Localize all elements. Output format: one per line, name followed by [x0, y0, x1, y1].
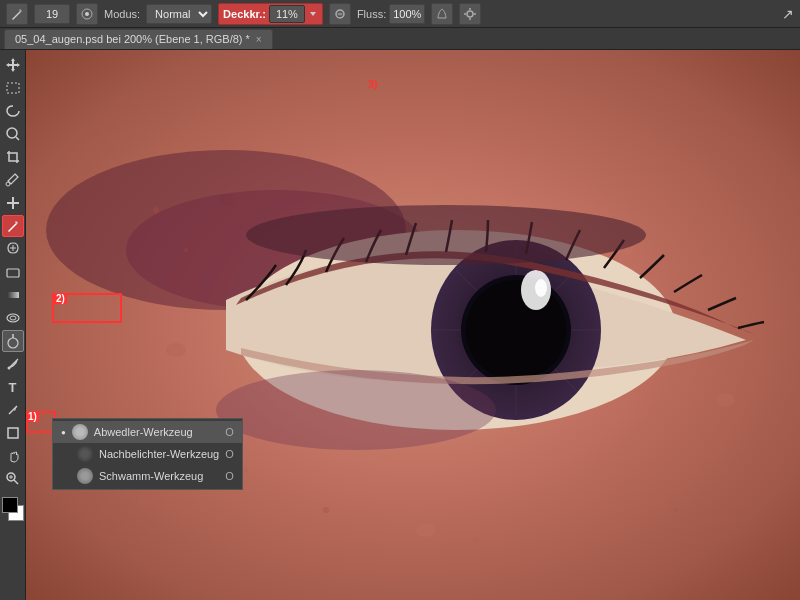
tool-gradient[interactable]	[2, 284, 24, 306]
color-swatches[interactable]	[0, 495, 26, 525]
svg-point-28	[436, 245, 596, 415]
svg-point-26	[236, 230, 676, 430]
svg-point-7	[6, 182, 10, 186]
svg-point-24	[46, 150, 406, 310]
flyout-sponge-shortcut: O	[225, 470, 234, 482]
tool-move[interactable]	[2, 54, 24, 76]
tool-quick-select[interactable]	[2, 123, 24, 145]
flyout-dodge-label: Abwedler-Werkzeug	[94, 426, 193, 438]
svg-point-42	[184, 248, 188, 252]
tool-text[interactable]: T	[2, 376, 24, 398]
flyout-sponge-label: Schwamm-Werkzeug	[99, 470, 203, 482]
tool-healing[interactable]	[2, 192, 24, 214]
flyout-dodge-shortcut: O	[225, 426, 234, 438]
deckkr-label: Deckkr.:	[223, 8, 266, 20]
flyout-item-sponge[interactable]: Schwamm-Werkzeug O	[53, 465, 242, 487]
settings-icon[interactable]	[459, 3, 481, 25]
svg-point-44	[723, 467, 729, 473]
tool-flyout: ● Abwedler-Werkzeug O Nachbelichter-Werk…	[52, 418, 243, 490]
svg-line-31	[456, 270, 576, 390]
svg-point-1	[85, 12, 89, 16]
svg-point-25	[126, 190, 426, 310]
tab-title: 05_04_augen.psd bei 200% (Ebene 1, RGB/8…	[15, 33, 250, 45]
deckkr-input[interactable]	[269, 5, 305, 23]
svg-rect-8	[7, 269, 19, 277]
deckkr-section: Deckkr.:	[218, 3, 323, 25]
flyout-active-indicator: ●	[61, 428, 66, 437]
svg-rect-9	[7, 292, 19, 298]
annotation-label-1: 1)	[26, 411, 39, 422]
flyout-item-burn[interactable]: Nachbelichter-Werkzeug O	[53, 443, 242, 465]
annotation-label-3: 3)	[368, 78, 378, 90]
svg-rect-5	[7, 83, 19, 93]
canvas-area: ● Abwedler-Werkzeug O Nachbelichter-Werk…	[26, 50, 800, 600]
svg-point-4	[467, 11, 473, 17]
tool-dodge[interactable]	[2, 330, 24, 352]
tool-lasso[interactable]	[2, 100, 24, 122]
tool-pen[interactable]	[2, 353, 24, 375]
svg-point-46	[216, 370, 496, 450]
tab-bar: 05_04_augen.psd bei 200% (Ebene 1, RGB/8…	[0, 28, 800, 50]
flyout-burn-label: Nachbelichter-Werkzeug	[99, 448, 219, 460]
main-area: T	[0, 50, 800, 600]
svg-point-41	[474, 538, 479, 543]
tool-crop[interactable]	[2, 146, 24, 168]
tool-marquee[interactable]	[2, 77, 24, 99]
svg-point-34	[466, 280, 566, 380]
tool-brush[interactable]	[2, 215, 24, 237]
svg-line-32	[456, 270, 576, 390]
svg-point-22	[138, 494, 154, 506]
brush-tool-icon[interactable]	[6, 3, 28, 25]
foreground-color-swatch[interactable]	[2, 497, 18, 513]
tool-eyedropper[interactable]	[2, 169, 24, 191]
flyout-item-dodge[interactable]: ● Abwedler-Werkzeug O	[53, 421, 242, 443]
svg-point-6	[7, 128, 17, 138]
tool-hand[interactable]	[2, 445, 24, 467]
svg-point-18	[370, 165, 382, 175]
flyout-sponge-icon	[77, 468, 93, 484]
svg-point-45	[674, 508, 678, 512]
svg-point-40	[323, 507, 329, 513]
document-tab[interactable]: 05_04_augen.psd bei 200% (Ebene 1, RGB/8…	[4, 29, 273, 49]
modus-label: Modus:	[104, 8, 140, 20]
tool-blur[interactable]	[2, 307, 24, 329]
svg-point-33	[461, 275, 571, 385]
pressure-icon[interactable]	[431, 3, 453, 25]
brush-size-input[interactable]	[34, 4, 70, 24]
svg-point-39	[244, 468, 248, 472]
airbrush-icon[interactable]	[329, 3, 351, 25]
flyout-dodge-icon	[72, 424, 88, 440]
svg-marker-2	[310, 12, 316, 16]
svg-point-35	[521, 270, 551, 310]
annotation-label-2: 2)	[54, 293, 67, 304]
cursor-indicator: ↗	[782, 6, 794, 22]
svg-point-13	[7, 367, 10, 370]
svg-rect-16	[26, 50, 800, 600]
tool-clone-stamp[interactable]	[2, 238, 24, 260]
tab-close-button[interactable]: ×	[256, 34, 262, 45]
svg-point-20	[619, 245, 633, 255]
tool-zoom[interactable]	[2, 468, 24, 490]
svg-point-10	[7, 314, 19, 322]
svg-point-12	[8, 338, 18, 348]
flyout-burn-icon	[77, 446, 93, 462]
svg-point-43	[153, 207, 159, 213]
svg-point-23	[416, 523, 436, 537]
flyout-burn-shortcut: O	[225, 448, 234, 460]
svg-rect-14	[8, 428, 18, 438]
fluss-label: Fluss:	[357, 8, 386, 20]
fluss-input[interactable]	[389, 4, 425, 24]
fluss-section: Fluss:	[357, 4, 425, 24]
tool-eraser[interactable]	[2, 261, 24, 283]
brush-size-picker[interactable]	[76, 3, 98, 25]
svg-point-19	[166, 343, 186, 357]
deckkr-dropdown-icon[interactable]	[308, 9, 318, 19]
svg-point-36	[535, 279, 547, 297]
tool-path-select[interactable]	[2, 399, 24, 421]
svg-point-21	[717, 393, 735, 407]
left-toolbar: T	[0, 50, 26, 600]
annotation-box-2	[52, 293, 122, 323]
svg-point-11	[10, 316, 16, 320]
modus-select[interactable]: Normal	[146, 4, 212, 24]
tool-shape[interactable]	[2, 422, 24, 444]
